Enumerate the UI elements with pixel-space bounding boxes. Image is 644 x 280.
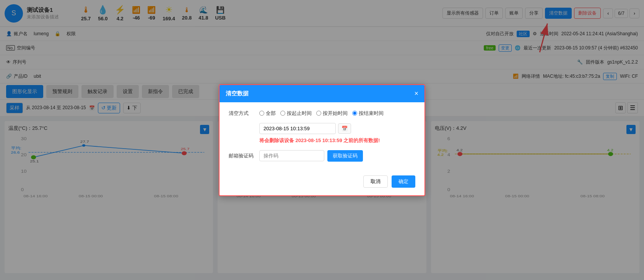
clear-method-label: 清空方式 [229, 110, 259, 117]
modal-title: 清空数据 [226, 90, 249, 97]
date-input-group: 📅 [259, 123, 415, 134]
option-range[interactable]: 按起止时间 [280, 110, 312, 117]
modal-header: 清空数据 × [220, 85, 424, 102]
modal-overlay: 清空数据 × 清空方式 全部 按起止时间 按开始时间 [0, 0, 644, 278]
confirm-button[interactable]: 确定 [392, 175, 415, 188]
clear-method-options: 全部 按起止时间 按开始时间 按结束时间 [259, 110, 384, 117]
radio-end[interactable] [352, 111, 357, 116]
option-all-label: 全部 [266, 110, 276, 117]
verify-label: 邮箱验证码 [229, 152, 259, 159]
clear-data-modal: 清空数据 × 清空方式 全部 按起止时间 按开始时间 [219, 84, 425, 196]
date-input[interactable] [259, 123, 336, 134]
calendar-picker-icon[interactable]: 📅 [338, 123, 351, 134]
modal-body: 清空方式 全部 按起止时间 按开始时间 [220, 102, 424, 175]
modal-footer: 取消 确定 [220, 175, 424, 195]
option-start-label: 按开始时间 [323, 110, 348, 117]
modal-close-button[interactable]: × [414, 90, 418, 98]
verify-row: 邮箱验证码 获取验证码 [229, 150, 415, 162]
radio-all[interactable] [259, 111, 264, 116]
radio-start[interactable] [316, 111, 321, 116]
option-end-label: 按结束时间 [359, 110, 384, 117]
radio-range[interactable] [280, 111, 285, 116]
option-range-label: 按起止时间 [287, 110, 312, 117]
option-end[interactable]: 按结束时间 [352, 110, 384, 117]
cancel-button[interactable]: 取消 [363, 175, 388, 188]
option-all[interactable]: 全部 [259, 110, 276, 117]
verify-input[interactable] [259, 150, 324, 161]
clear-method-row: 清空方式 全部 按起止时间 按开始时间 [229, 110, 415, 117]
get-code-button[interactable]: 获取验证码 [327, 150, 363, 162]
warning-text: 将会删除该设备 2023-08-15 10:13:59 之前的所有数据! [259, 137, 415, 144]
option-start[interactable]: 按开始时间 [316, 110, 348, 117]
